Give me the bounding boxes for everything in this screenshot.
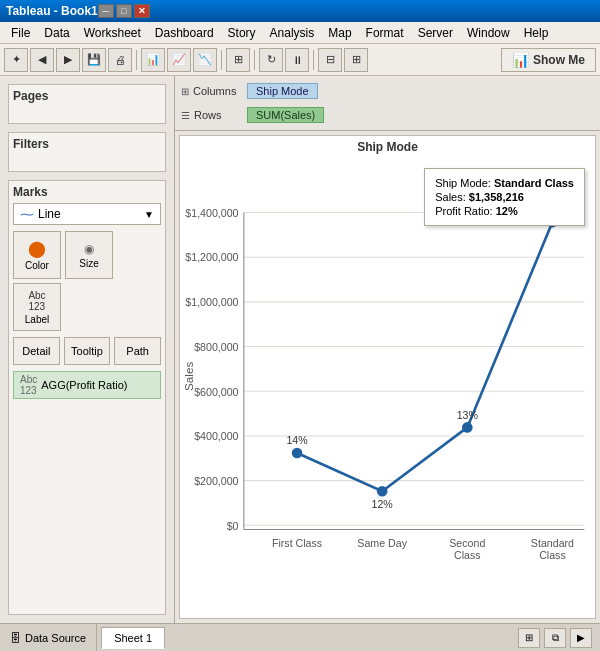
agg-pill[interactable]: Abc123 AGG(Profit Ratio)	[13, 371, 161, 399]
svg-text:12%: 12%	[372, 498, 394, 510]
svg-text:$1,200,000: $1,200,000	[185, 251, 238, 263]
svg-text:$200,000: $200,000	[194, 475, 238, 487]
menu-file[interactable]: File	[4, 24, 37, 42]
filters-section: Filters	[8, 132, 166, 172]
size-label: Size	[79, 258, 98, 269]
svg-text:13%: 13%	[457, 409, 479, 421]
close-button[interactable]: ✕	[134, 4, 150, 18]
toolbar-save-btn[interactable]: 💾	[82, 48, 106, 72]
toolbar-filter-btn[interactable]: ⊞	[226, 48, 250, 72]
detail-label: Detail	[22, 345, 50, 357]
chart-tooltip: Ship Mode: Standard Class Sales: $1,358,…	[424, 168, 585, 226]
svg-text:Class: Class	[454, 549, 481, 561]
menu-bar: File Data Worksheet Dashboard Story Anal…	[0, 22, 600, 44]
toolbar-sep1	[136, 50, 137, 70]
toolbar-new-btn[interactable]: ✦	[4, 48, 28, 72]
show-me-icon: 📊	[512, 52, 529, 68]
toolbar-present-btn[interactable]: ⊟	[318, 48, 342, 72]
chart-area: ⊞ Columns Ship Mode ☰ Rows SUM(Sales) Sh…	[175, 76, 600, 623]
menu-data[interactable]: Data	[37, 24, 76, 42]
path-button[interactable]: Path	[114, 337, 161, 365]
point-first-class[interactable]	[292, 448, 303, 459]
filters-label: Filters	[13, 137, 161, 151]
menu-window[interactable]: Window	[460, 24, 517, 42]
svg-text:$400,000: $400,000	[194, 430, 238, 442]
toolbar-sep3	[254, 50, 255, 70]
svg-text:Second: Second	[449, 537, 485, 549]
duplicate-sheet-btn[interactable]: ⧉	[544, 628, 566, 648]
data-source-tab[interactable]: 🗄 Data Source	[0, 624, 97, 651]
show-me-button[interactable]: 📊 Show Me	[501, 48, 596, 72]
toolbar-forward-btn[interactable]: ▶	[56, 48, 80, 72]
svg-text:First Class: First Class	[272, 537, 322, 549]
columns-label: ⊞ Columns	[181, 85, 241, 97]
line-mark-icon: ⁓	[20, 206, 34, 222]
menu-analysis[interactable]: Analysis	[263, 24, 322, 42]
svg-text:$1,000,000: $1,000,000	[185, 296, 238, 308]
columns-pill[interactable]: Ship Mode	[247, 83, 318, 99]
point-second-class[interactable]	[462, 422, 473, 433]
left-panel: Pages Filters Marks ⁓ Line ▼ ⬤ Color ◉ S…	[0, 76, 175, 623]
label-icon: Abc123	[28, 290, 45, 312]
toolbar-chart-btn3[interactable]: 📉	[193, 48, 217, 72]
sheet1-tab[interactable]: Sheet 1	[101, 627, 165, 649]
toolbar-print-btn[interactable]: 🖨	[108, 48, 132, 72]
toolbar-sep2	[221, 50, 222, 70]
chart-inner: $1,400,000 $1,200,000 $1,000,000 $800,00…	[180, 158, 595, 616]
menu-map[interactable]: Map	[321, 24, 358, 42]
svg-text:Sales: Sales	[182, 362, 195, 391]
svg-text:14%: 14%	[286, 434, 308, 446]
toolbar-chart-btn2[interactable]: 📈	[167, 48, 191, 72]
toolbar-refresh-btn[interactable]: ↻	[259, 48, 283, 72]
agg-label: AGG(Profit Ratio)	[41, 379, 127, 391]
app-title: Tableau - Book1	[6, 4, 98, 18]
datasource-label: Data Source	[25, 632, 86, 644]
menu-worksheet[interactable]: Worksheet	[77, 24, 148, 42]
toolbar-back-btn[interactable]: ◀	[30, 48, 54, 72]
color-label: Color	[25, 260, 49, 271]
svg-text:$800,000: $800,000	[194, 341, 238, 353]
dropdown-arrow-icon: ▼	[144, 209, 154, 220]
detail-button[interactable]: Detail	[13, 337, 60, 365]
maximize-button[interactable]: □	[116, 4, 132, 18]
new-sheet-btn[interactable]: ⊞	[518, 628, 540, 648]
menu-help[interactable]: Help	[517, 24, 556, 42]
chart-container: Ship Mode $1,400,000 $1,200,000 $1,000,0…	[179, 135, 596, 619]
window-controls: ─ □ ✕	[98, 4, 150, 18]
menu-dashboard[interactable]: Dashboard	[148, 24, 221, 42]
point-same-day[interactable]	[377, 486, 388, 497]
size-button[interactable]: ◉ Size	[65, 231, 113, 279]
svg-text:Class: Class	[539, 549, 566, 561]
rows-pill[interactable]: SUM(Sales)	[247, 107, 324, 123]
toolbar: ✦ ◀ ▶ 💾 🖨 📊 📈 📉 ⊞ ↻ ⏸ ⊟ ⊞ 📊 Show Me	[0, 44, 600, 76]
show-me-label: Show Me	[533, 53, 585, 67]
size-icon: ◉	[84, 242, 94, 256]
menu-format[interactable]: Format	[359, 24, 411, 42]
color-icon: ⬤	[28, 239, 46, 258]
tooltip-button[interactable]: Tooltip	[64, 337, 111, 365]
svg-text:$0: $0	[227, 520, 239, 532]
main-layout: Pages Filters Marks ⁓ Line ▼ ⬤ Color ◉ S…	[0, 76, 600, 623]
toolbar-chart-btn1[interactable]: 📊	[141, 48, 165, 72]
marks-section: Marks ⁓ Line ▼ ⬤ Color ◉ Size Abc123 Lab…	[8, 180, 166, 615]
more-sheets-btn[interactable]: ▶	[570, 628, 592, 648]
label-label: Label	[25, 314, 49, 325]
minimize-button[interactable]: ─	[98, 4, 114, 18]
marks-btn-row2: Detail Tooltip Path	[13, 337, 161, 365]
menu-story[interactable]: Story	[221, 24, 263, 42]
svg-text:Standard: Standard	[531, 537, 574, 549]
tooltip-label: Tooltip	[71, 345, 103, 357]
tooltip-sales-label: Sales:	[435, 191, 466, 203]
tooltip-sales-value: $1,358,216	[469, 191, 524, 203]
marks-type-label: Line	[38, 207, 61, 221]
label-button[interactable]: Abc123 Label	[13, 283, 61, 331]
bottom-bar: 🗄 Data Source Sheet 1 ⊞ ⧉ ▶	[0, 623, 600, 651]
toolbar-device-btn[interactable]: ⊞	[344, 48, 368, 72]
db-icon: 🗄	[10, 632, 21, 644]
marks-type-dropdown[interactable]: ⁓ Line ▼	[13, 203, 161, 225]
toolbar-sep4	[313, 50, 314, 70]
pages-section: Pages	[8, 84, 166, 124]
toolbar-pause-btn[interactable]: ⏸	[285, 48, 309, 72]
color-button[interactable]: ⬤ Color	[13, 231, 61, 279]
menu-server[interactable]: Server	[411, 24, 460, 42]
